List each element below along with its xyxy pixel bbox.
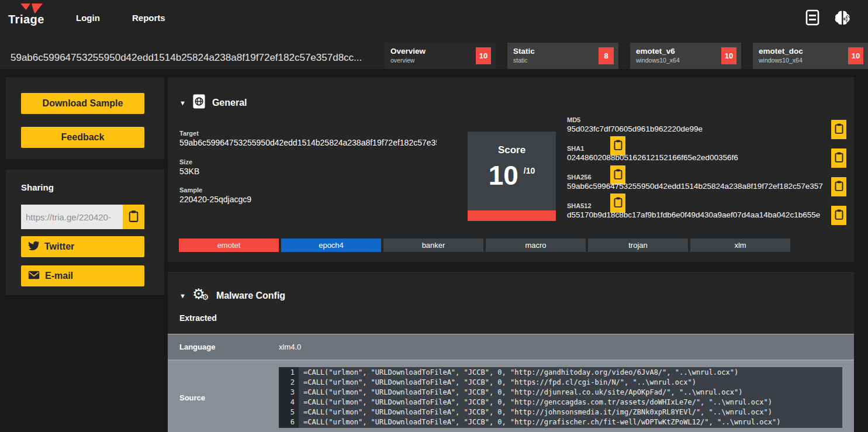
tab-overview[interactable]: Overview overview 10 bbox=[385, 43, 496, 69]
share-twitter-button[interactable]: Twitter bbox=[21, 236, 144, 257]
score-label: Score bbox=[468, 144, 556, 156]
code-line: 5 =CALL("urlmon", "URLDownloadToFileA", … bbox=[279, 407, 842, 417]
tag-banker[interactable]: banker bbox=[383, 239, 483, 252]
share-email-button[interactable]: E-mail bbox=[21, 265, 144, 286]
actions-panel: Download Sample Feedback bbox=[6, 77, 164, 159]
source-row: Source 1 =CALL("urlmon", "URLDownloadToF… bbox=[168, 361, 854, 432]
nav-login-link[interactable]: Login bbox=[76, 13, 100, 23]
md5-value: 95d023fc7df70605d961b962220de99e bbox=[567, 125, 825, 133]
score-badge: 10 bbox=[721, 47, 736, 64]
malware-config-panel: ▼ ⚙⚙ Malware Config Extracted Language x… bbox=[168, 272, 854, 432]
sha1-label: SHA1 bbox=[567, 145, 584, 152]
ai-brain-icon[interactable] bbox=[834, 9, 852, 29]
tab-emotet-v6[interactable]: emotet_v6 windows10_x64 10 bbox=[630, 43, 741, 69]
collapse-arrow-icon[interactable]: ▼ bbox=[179, 99, 186, 106]
copy-sha512-button[interactable] bbox=[831, 206, 846, 225]
tag-macro[interactable]: macro bbox=[486, 239, 586, 252]
line-number: 3 bbox=[279, 388, 299, 398]
twitter-bird-icon bbox=[28, 240, 39, 254]
clipboard-icon bbox=[835, 209, 843, 222]
tab-subtitle: windows10_x64 bbox=[636, 57, 735, 64]
size-label: Size bbox=[179, 158, 192, 165]
code-line: 6 =CALL("urlmon", "URLDownloadToFileA", … bbox=[279, 417, 842, 427]
sha1-value: 02448602088b05162612152166f65e2ed00356f6 bbox=[567, 153, 825, 162]
code-line: 2 =CALL("urlmon", "URLDownloadToFileA", … bbox=[279, 378, 842, 388]
sample-hash: 59ab6c59964753255950d42edd1514b25824a238… bbox=[11, 52, 362, 64]
clipboard-icon bbox=[129, 210, 139, 224]
tab-title: Static bbox=[513, 47, 613, 56]
twitter-label: Twitter bbox=[44, 241, 74, 252]
triage-logo[interactable]: Triage bbox=[8, 3, 44, 26]
clipboard-icon bbox=[614, 139, 623, 153]
tab-title: Overview bbox=[390, 47, 490, 56]
envelope-icon bbox=[28, 271, 40, 282]
reports-book-icon[interactable] bbox=[805, 9, 819, 28]
line-number: 4 bbox=[279, 398, 299, 407]
config-table: Language xlm4.0 Source 1 =CALL("urlmon",… bbox=[168, 334, 854, 432]
clipboard-icon bbox=[614, 196, 623, 210]
score-badge: 10 bbox=[476, 47, 491, 64]
line-number: 6 bbox=[279, 417, 299, 427]
tab-title: emotet_doc bbox=[759, 47, 862, 56]
score-badge: 10 bbox=[848, 47, 863, 64]
general-title: General bbox=[212, 98, 247, 108]
general-panel: ▼ General Target 59ab6c59964753255950d42… bbox=[168, 77, 854, 262]
source-label: Source bbox=[179, 393, 279, 402]
tag-emotet[interactable]: emotet bbox=[179, 239, 279, 252]
brand-name: Triage bbox=[8, 13, 44, 26]
line-number: 5 bbox=[279, 407, 299, 417]
score-box: Score 10 /10 bbox=[468, 132, 556, 221]
md5-label: MD5 bbox=[567, 116, 580, 123]
tab-subtitle: windows10_x64 bbox=[759, 57, 862, 64]
email-label: E-mail bbox=[45, 271, 73, 281]
feedback-button[interactable]: Feedback bbox=[21, 127, 144, 148]
nav-reports-link[interactable]: Reports bbox=[132, 13, 165, 23]
sharing-panel: Sharing Twitter E-mail bbox=[6, 170, 164, 295]
code-text: =CALL("urlmon", "URLDownloadToFileA", "J… bbox=[299, 417, 780, 427]
line-number: 1 bbox=[279, 368, 299, 378]
top-navbar: Triage Login Reports bbox=[0, 0, 868, 36]
tag-trojan[interactable]: trojan bbox=[588, 239, 688, 252]
code-text: =CALL("urlmon", "URLDownloadToFileA", "J… bbox=[299, 368, 738, 378]
code-text: =CALL("urlmon", "URLDownloadToFileA", "J… bbox=[299, 398, 772, 407]
score-value: 10 bbox=[489, 162, 518, 189]
code-line: 3 =CALL("urlmon", "URLDownloadToFileA", … bbox=[279, 388, 842, 398]
score-badge: 8 bbox=[599, 47, 614, 64]
sha512-label: SHA512 bbox=[567, 202, 592, 209]
target-value: 59ab6c59964753255950d42edd1514b25824a238… bbox=[179, 138, 437, 147]
share-url-copy-button[interactable] bbox=[123, 205, 144, 229]
download-sample-button[interactable]: Download Sample bbox=[21, 93, 144, 114]
passport-icon bbox=[192, 94, 206, 112]
code-text: =CALL("urlmon", "URLDownloadToFileA", "J… bbox=[299, 407, 772, 417]
sha256-label: SHA256 bbox=[567, 174, 592, 181]
code-line: 4 =CALL("urlmon", "URLDownloadToFileA", … bbox=[279, 398, 842, 407]
sample-label: Sample bbox=[179, 186, 202, 193]
tab-emotet-doc[interactable]: emotet_doc windows10_x64 10 bbox=[753, 43, 868, 69]
clipboard-icon bbox=[835, 123, 843, 136]
score-max: /10 bbox=[524, 166, 535, 175]
malware-config-title: Malware Config bbox=[216, 291, 285, 301]
sha256-value: 59ab6c59964753255950d42edd1514b25824a238… bbox=[567, 182, 825, 191]
share-url-row bbox=[21, 205, 144, 229]
code-text: =CALL("urlmon", "URLDownloadToFileA", "J… bbox=[299, 378, 696, 388]
target-label: Target bbox=[179, 130, 199, 137]
clipboard-icon bbox=[835, 180, 843, 193]
share-url-input[interactable] bbox=[21, 205, 123, 229]
tag-epoch4[interactable]: epoch4 bbox=[281, 239, 381, 252]
tab-static[interactable]: Static static 8 bbox=[507, 43, 618, 69]
tag-xlm[interactable]: xlm bbox=[690, 239, 790, 252]
copy-sha256-button[interactable] bbox=[831, 177, 846, 196]
language-value: xlm4.0 bbox=[279, 343, 301, 351]
tab-subtitle: overview bbox=[390, 57, 490, 64]
tab-subtitle: static bbox=[513, 57, 613, 64]
code-line: 1 =CALL("urlmon", "URLDownloadToFileA", … bbox=[279, 368, 842, 378]
size-value: 53KB bbox=[179, 167, 437, 176]
sample-value: 220420-25qdjacgc9 bbox=[179, 195, 437, 204]
sharing-title: Sharing bbox=[21, 182, 54, 192]
copy-md5-button[interactable] bbox=[831, 120, 846, 139]
gears-icon: ⚙⚙ bbox=[192, 288, 210, 303]
clipboard-icon bbox=[614, 168, 623, 182]
collapse-arrow-icon[interactable]: ▼ bbox=[179, 292, 186, 299]
copy-sha1-button[interactable] bbox=[831, 148, 846, 168]
clipboard-icon bbox=[835, 151, 843, 165]
